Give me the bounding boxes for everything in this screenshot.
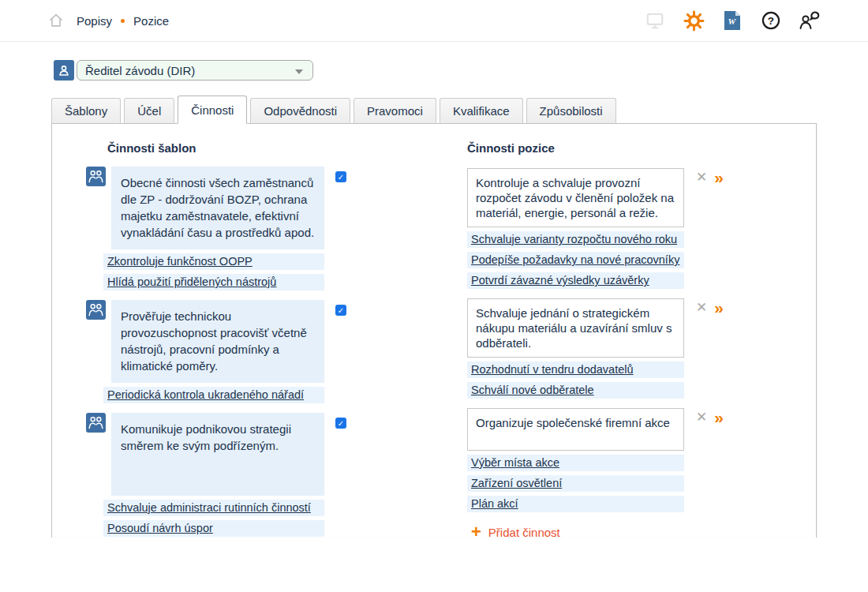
template-subactivity-row[interactable]: Posoudí návrh úspor bbox=[103, 520, 324, 537]
group-icon bbox=[86, 413, 106, 433]
person-icon bbox=[54, 60, 74, 81]
template-subactivity-link[interactable]: Zkontroluje funkčnost OOPP bbox=[107, 255, 253, 268]
position-subactivity-link[interactable]: Schvaluje varianty rozpočtu nového roku bbox=[471, 233, 677, 245]
position-subactivity-link[interactable]: Rozhodnutí v tendru dodavatelů bbox=[471, 363, 634, 376]
home-icon[interactable] bbox=[47, 12, 65, 29]
position-column-title: Činnosti pozice bbox=[467, 141, 739, 155]
activities-panel: Činnosti šablon Obecné činnosti všech za… bbox=[51, 123, 817, 538]
svg-text:W: W bbox=[728, 17, 737, 26]
position-activity-textbox[interactable]: Organizuje společenské firemní akce bbox=[467, 408, 684, 451]
position-subactivity-row[interactable]: Plán akcí bbox=[467, 496, 684, 512]
template-activity-text: Obecné činnosti všech zaměstnanců dle ZP… bbox=[111, 167, 324, 249]
template-subactivity-row[interactable]: Periodická kontrola ukradeného nářadí bbox=[103, 387, 324, 403]
tab-odpovednosti[interactable]: Odpovědnosti bbox=[250, 98, 350, 123]
user-speech-icon[interactable] bbox=[799, 9, 821, 32]
move-right-icon[interactable]: » bbox=[714, 410, 722, 425]
breadcrumb-item-popisy[interactable]: Popisy bbox=[77, 14, 112, 28]
gear-icon[interactable] bbox=[683, 9, 705, 32]
template-activity-checkbox[interactable]: ✓ bbox=[335, 418, 346, 429]
template-subactivity-link[interactable]: Hlídá použití přidělených nástrojů bbox=[107, 275, 276, 288]
check-icon: ✓ bbox=[338, 306, 344, 315]
group-icon bbox=[86, 300, 106, 320]
position-subactivity-link[interactable]: Výběr místa akce bbox=[471, 456, 559, 469]
tab-zpusobilosti[interactable]: Způsobilosti bbox=[526, 98, 616, 123]
template-subactivity-link[interactable]: Posoudí návrh úspor bbox=[107, 522, 213, 534]
remove-icon[interactable]: ✕ bbox=[696, 301, 707, 314]
tab-pravomoci[interactable]: Pravomoci bbox=[354, 98, 436, 123]
help-icon[interactable]: ? bbox=[760, 9, 782, 32]
position-activity-textbox[interactable]: Kontroluje a schvaluje provozní rozpočet… bbox=[467, 168, 684, 227]
template-activity-group: Komunikuje podnikovou strategii směrem k… bbox=[86, 413, 380, 537]
remove-icon[interactable]: ✕ bbox=[696, 170, 707, 184]
tab-bar: Šablony Účel Činnosti Odpovědnosti Pravo… bbox=[51, 95, 868, 123]
position-activity-item: Schvaluje jednání o strategickém nákupu … bbox=[467, 298, 739, 399]
tab-cinnosti[interactable]: Činnosti bbox=[178, 96, 247, 124]
template-activity-text: Komunikuje podnikovou strategii směrem k… bbox=[111, 413, 324, 496]
position-selector-row: Ředitel závodu (DIR) bbox=[54, 60, 868, 81]
template-column-title: Činnosti šablon bbox=[107, 141, 380, 155]
tab-kvalifikace[interactable]: Kvalifikace bbox=[440, 98, 523, 123]
breadcrumb: Popisy Pozice bbox=[47, 12, 169, 29]
template-activity-checkbox[interactable]: ✓ bbox=[335, 171, 346, 182]
check-icon: ✓ bbox=[338, 173, 344, 182]
position-subactivity-row[interactable]: Podepíše požadavky na nové pracovníky bbox=[467, 252, 684, 268]
top-bar: Popisy Pozice bbox=[0, 0, 868, 42]
tab-ucel[interactable]: Účel bbox=[124, 98, 174, 123]
position-activity-item: Kontroluje a schvaluje provozní rozpočet… bbox=[467, 168, 739, 289]
position-select-value: Ředitel závodu (DIR) bbox=[85, 64, 195, 77]
tab-sablony[interactable]: Šablony bbox=[51, 98, 121, 123]
svg-text:?: ? bbox=[768, 15, 774, 27]
position-subactivity-link[interactable]: Podepíše požadavky na nové pracovníky bbox=[471, 253, 679, 266]
template-subactivity-row[interactable]: Schvaluje administraci rutinních činnost… bbox=[103, 500, 324, 516]
template-activity-group: Obecné činnosti všech zaměstnanců dle ZP… bbox=[86, 167, 380, 290]
position-subactivity-row[interactable]: Rozhodnutí v tendru dodavatelů bbox=[467, 362, 684, 378]
position-subactivity-link[interactable]: Zařízení osvětlení bbox=[471, 477, 562, 489]
position-subactivity-row[interactable]: Potvrdí závazné výsledky uzávěrky bbox=[467, 272, 684, 289]
toolbar: W ? bbox=[644, 9, 821, 32]
chevron-down-icon bbox=[295, 69, 303, 74]
template-activity-text: Prověřuje technickou provozuschopnost pr… bbox=[111, 300, 324, 383]
position-subactivity-row[interactable]: Schválí nové odběratele bbox=[467, 382, 684, 399]
group-icon bbox=[86, 167, 106, 186]
position-activities-column: Činnosti pozice Kontroluje a schvaluje p… bbox=[467, 141, 739, 538]
breadcrumb-separator-dot bbox=[121, 19, 125, 23]
position-subactivity-link[interactable]: Potvrdí závazné výsledky uzávěrky bbox=[471, 274, 649, 287]
position-select[interactable]: Ředitel závodu (DIR) bbox=[77, 60, 313, 81]
position-activity-textbox[interactable]: Schvaluje jednání o strategickém nákupu … bbox=[467, 298, 684, 358]
add-activity-button[interactable]: + Přidat činnost bbox=[471, 523, 739, 538]
check-icon: ✓ bbox=[338, 419, 344, 428]
template-subactivity-row[interactable]: Hlídá použití přidělených nástrojů bbox=[103, 274, 324, 290]
move-right-icon[interactable]: » bbox=[714, 170, 722, 185]
position-subactivity-link[interactable]: Schválí nové odběratele bbox=[471, 384, 594, 396]
template-subactivity-link[interactable]: Periodická kontrola ukradeného nářadí bbox=[107, 388, 304, 401]
position-subactivity-link[interactable]: Plán akcí bbox=[471, 497, 518, 510]
position-subactivity-row[interactable]: Zařízení osvětlení bbox=[467, 475, 684, 492]
position-activity-item: Organizuje společenské firemní akce ✕ » … bbox=[467, 408, 739, 512]
position-subactivity-row[interactable]: Schvaluje varianty rozpočtu nového roku bbox=[467, 231, 684, 248]
position-subactivity-row[interactable]: Výběr místa akce bbox=[467, 455, 684, 471]
word-document-icon[interactable]: W bbox=[721, 9, 743, 32]
template-activity-group: Prověřuje technickou provozuschopnost pr… bbox=[86, 300, 380, 403]
template-activities-column: Činnosti šablon Obecné činnosti všech za… bbox=[86, 141, 380, 538]
monitor-icon[interactable] bbox=[644, 9, 666, 32]
remove-icon[interactable]: ✕ bbox=[696, 410, 707, 424]
move-right-icon[interactable]: » bbox=[714, 301, 722, 315]
template-activity-checkbox[interactable]: ✓ bbox=[335, 305, 346, 316]
plus-icon: + bbox=[471, 523, 481, 538]
template-subactivity-link[interactable]: Schvaluje administraci rutinních činnost… bbox=[107, 501, 311, 514]
breadcrumb-item-pozice[interactable]: Pozice bbox=[133, 14, 169, 28]
template-subactivity-row[interactable]: Zkontroluje funkčnost OOPP bbox=[103, 253, 324, 270]
add-activity-label: Přidat činnost bbox=[488, 526, 560, 538]
